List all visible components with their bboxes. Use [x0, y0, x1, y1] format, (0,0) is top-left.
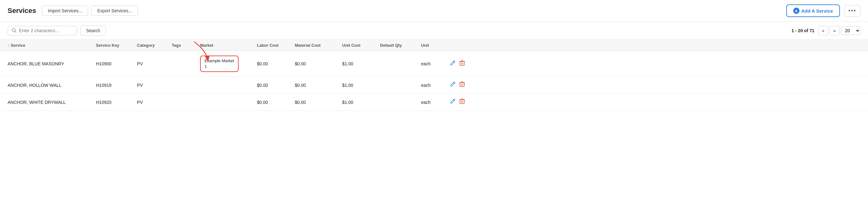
col-material-cost: Material Cost: [295, 43, 342, 48]
col-market: Market: [200, 43, 257, 48]
cell-actions: [450, 60, 468, 68]
edit-button[interactable]: [450, 60, 456, 68]
svg-rect-4: [460, 100, 464, 104]
delete-button[interactable]: [459, 98, 465, 106]
pagination-prev-button[interactable]: «: [818, 26, 828, 35]
add-service-button[interactable]: + Add A Service: [786, 4, 840, 17]
plus-circle-icon: +: [793, 7, 800, 14]
cell-service: ANCHOR, BLUE MASONRY: [7, 61, 96, 66]
col-unit: Unit: [421, 43, 450, 48]
search-icon: [12, 28, 17, 33]
search-input[interactable]: [19, 28, 69, 33]
edit-button[interactable]: [450, 98, 456, 106]
table-row: ANCHOR, BLUE MASONRY H10900 PV Example M…: [0, 51, 868, 77]
cell-category: PV: [137, 83, 172, 88]
cell-unit-cost: $1.00: [342, 100, 380, 105]
search-wrap: [7, 26, 77, 35]
edit-button[interactable]: [450, 81, 456, 89]
pagination-next-button[interactable]: »: [830, 26, 840, 35]
col-service-label: Service: [11, 43, 25, 48]
cell-unit: each: [421, 61, 450, 66]
toolbar: Search 1 - 20 of 71 « » 20 50 100: [0, 22, 868, 40]
table-header: ↑ Service Service Key Category Tags Mark…: [0, 40, 868, 51]
cell-market: Example Market1: [200, 56, 257, 72]
market-badge: Example Market1: [200, 56, 239, 72]
cell-actions: [450, 98, 468, 106]
svg-rect-2: [460, 62, 464, 65]
page-title: Services: [7, 7, 36, 15]
cell-unit-cost: $1.00: [342, 61, 380, 66]
table-row: ANCHOR, HOLLOW WALL H10919 PV $0.00 $0.0…: [0, 77, 868, 94]
cell-service-key: H10920: [96, 100, 137, 105]
cell-unit: each: [421, 100, 450, 105]
sort-up-arrow: ↑: [7, 43, 9, 48]
cell-material-cost: $0.00: [295, 83, 342, 88]
table-row: ANCHOR, WHITE DRYWALL H10920 PV $0.00 $0…: [0, 94, 868, 111]
cell-labor-cost: $0.00: [257, 100, 295, 105]
col-service-key: Service Key: [96, 43, 137, 48]
cell-material-cost: $0.00: [295, 100, 342, 105]
cell-service: ANCHOR, WHITE DRYWALL: [7, 100, 96, 105]
col-default-qty: Default Qty: [380, 43, 421, 48]
col-tags: Tags: [172, 43, 200, 48]
svg-line-1: [15, 32, 17, 33]
cell-category: PV: [137, 61, 172, 66]
cell-service-key: H10900: [96, 61, 137, 66]
search-button[interactable]: Search: [80, 26, 106, 36]
col-actions: [450, 43, 468, 48]
import-services-button[interactable]: Import Services...: [42, 6, 88, 16]
delete-button[interactable]: [459, 81, 465, 89]
cell-unit-cost: $1.00: [342, 83, 380, 88]
page-header: Services Import Services... Export Servi…: [0, 0, 868, 22]
svg-rect-3: [460, 83, 464, 87]
cell-service: ANCHOR, HOLLOW WALL: [7, 83, 96, 88]
col-category: Category: [137, 43, 172, 48]
more-options-button[interactable]: •••: [844, 5, 861, 17]
col-unit-cost: Unit Cost: [342, 43, 380, 48]
cell-category: PV: [137, 100, 172, 105]
cell-labor-cost: $0.00: [257, 83, 295, 88]
delete-button[interactable]: [459, 60, 465, 68]
col-labor-cost: Labor Cost: [257, 43, 295, 48]
table-body: ANCHOR, BLUE MASONRY H10900 PV Example M…: [0, 51, 868, 111]
cell-labor-cost: $0.00: [257, 61, 295, 66]
cell-actions: [450, 81, 468, 89]
col-service[interactable]: ↑ Service: [7, 43, 96, 48]
export-services-button[interactable]: Export Services...: [91, 6, 138, 16]
add-service-label: Add A Service: [801, 8, 833, 13]
cell-material-cost: $0.00: [295, 61, 342, 66]
cell-service-key: H10919: [96, 83, 137, 88]
cell-unit: each: [421, 83, 450, 88]
pagination-info: 1 - 20 of 71: [792, 28, 814, 33]
per-page-select[interactable]: 20 50 100: [841, 26, 861, 35]
